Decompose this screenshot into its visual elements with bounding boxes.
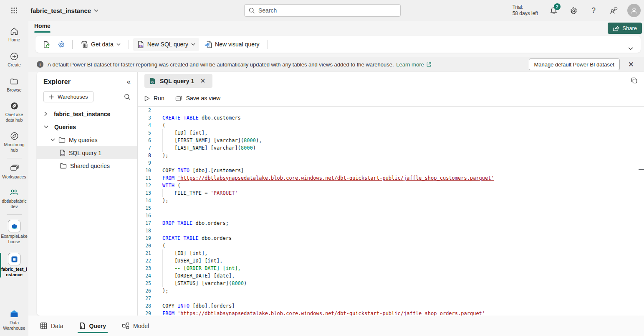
tree-item-my-queries[interactable]: My queries [37,133,137,146]
feedback-button[interactable] [606,3,621,18]
rail-item-workspaces[interactable]: Workspaces [0,162,28,181]
rail-item-fabric-test-instance[interactable]: fabric_test_instance [0,251,28,279]
tree-item-queries[interactable]: Queries [37,120,137,133]
code-line[interactable]: 17DROP TABLE dbo.orders; [138,219,644,227]
run-button[interactable]: Run [144,95,164,102]
tree-item-shared-queries[interactable]: Shared queries [37,159,137,172]
code-line[interactable]: 13 FILE_TYPE = 'PARQUET' [138,189,644,197]
tab-model[interactable]: Model [122,316,149,336]
close-tab-icon[interactable]: ✕ [198,77,207,85]
rail-item-data-warehouse[interactable]: Data Warehouse [0,307,28,333]
code-line[interactable]: 5 [ID] [int], [138,129,644,137]
code-line[interactable]: 12WITH ( [138,182,644,189]
folder-icon [58,137,66,143]
query-tab-label: SQL query 1 [160,78,194,84]
rail-item-monitoring-hub[interactable]: Monitoring hub [0,130,28,155]
rail-item-onelake-data-hub[interactable]: OneLake data hub [0,99,28,125]
learn-more-link[interactable]: Learn more [396,61,431,68]
rail-item-create[interactable]: Create [0,50,28,69]
code-line[interactable]: 10COPY INTO [dbo].[customers] [138,167,644,174]
code-line[interactable]: 27 [138,295,644,302]
settings-button[interactable] [566,3,581,18]
search-input[interactable]: Search [244,4,401,17]
refresh-doc-icon [43,41,51,48]
line-number: 21 [138,249,151,257]
code-line[interactable]: 15 [138,204,644,212]
line-number: 29 [138,310,151,316]
manage-dataset-button[interactable]: Manage default Power BI dataset [529,59,620,70]
copy-icon[interactable] [631,77,638,84]
new-visual-query-button[interactable]: New visual query [201,38,263,51]
code-text: ( [162,242,644,249]
chevron-down-icon [44,125,48,128]
code-line[interactable]: 16 [138,212,644,219]
code-text [162,227,644,234]
rail-label: Home [1,37,28,43]
code-line[interactable]: 19CREATE TABLE dbo.orders [138,234,644,242]
code-line[interactable]: 7 [LAST_NAME] [varchar](8000) [138,144,644,152]
feedback-icon [609,7,618,15]
code-line[interactable]: 21 [ID] [int], [138,249,644,257]
add-warehouses-button[interactable]: Warehouses [43,91,93,102]
code-line[interactable]: 26); [138,287,644,295]
code-line[interactable]: 14); [138,197,644,204]
tree-item-sql-query-1[interactable]: SQL SQL query 1 [37,146,137,159]
chevron-down-icon [94,9,98,12]
help-button[interactable]: ? [586,3,601,18]
code-line[interactable]: 6 [FIRST_NAME] [varchar](8000), [138,137,644,144]
share-button[interactable]: Share [608,23,642,34]
code-line[interactable]: 20( [138,242,644,249]
code-line[interactable]: 28COPY INTO [dbo].[orders] [138,302,644,310]
refresh-source-button[interactable] [40,38,53,51]
editor-scroll-ruler[interactable] [638,90,638,316]
app-launcher-icon[interactable] [7,3,21,18]
code-line[interactable]: 25 [STATUS] [varchar](8000) [138,280,644,287]
save-as-view-button[interactable]: Save as view [175,95,220,102]
code-line[interactable]: 23 -- [ORDER_DATE] [int], [138,265,644,272]
code-line[interactable]: 22 [USER_ID] [int], [138,257,644,265]
code-line[interactable]: 4( [138,122,644,129]
rail-item-browse[interactable]: Browse [0,75,28,94]
code-line[interactable]: 3CREATE TABLE dbo.customers [138,114,644,122]
rail-item-examplelakehouse[interactable]: ExampleLakehouse [0,218,28,246]
tab-sql-query-1[interactable]: SQL SQL query 1 ✕ [144,74,212,88]
new-visual-query-label: New visual query [215,41,260,48]
model-diagram-icon [122,322,129,329]
rail-label: fabric_test_instance [1,267,28,277]
notifications-button[interactable]: 2 [546,3,561,18]
avatar[interactable] [627,4,641,17]
new-sql-query-button[interactable]: SQL New SQL query [133,38,199,51]
code-line[interactable]: 2 [138,107,644,114]
code-line[interactable]: 24 [ORDER_DATE] [date], [138,272,644,280]
get-data-button[interactable]: Get data [77,38,124,51]
rail-item-home[interactable]: Home [0,25,28,44]
line-number: 23 [138,265,151,272]
collapse-panel-icon[interactable]: « [127,78,131,86]
tab-data[interactable]: Data [40,316,63,336]
sql-editor[interactable]: 23CREATE TABLE dbo.customers4(5 [ID] [in… [138,107,644,316]
code-line[interactable]: 29FROM 'https://dbtlabsynapsedatalake.bl… [138,310,644,316]
rail-label: Workspaces [1,174,28,180]
code-line[interactable]: 11FROM 'https://dbtlabsynapsedatalake.bl… [138,174,644,182]
settings-tool-button[interactable] [55,38,68,51]
onelake-icon [10,101,19,111]
tab-home[interactable]: Home [34,23,51,32]
toolbar-row: Get data SQL New SQL query New visual qu… [28,35,644,57]
chevron-down-icon [628,47,633,50]
code-line[interactable]: 9 [138,159,644,167]
banner-close-icon[interactable]: ✕ [624,60,638,69]
rail-item-dbtlabsfabricdev[interactable]: dbtlabsfabricdev [0,186,28,211]
code-text: DROP TABLE dbo.orders; [162,219,644,227]
code-line[interactable]: 8); [138,152,644,159]
line-number: 8 [138,152,151,159]
tree-item-warehouse[interactable]: fabric_test_instance [37,107,137,120]
workspace-switcher[interactable]: fabric_test_instance [30,7,98,14]
code-line[interactable]: 18 [138,227,644,234]
warehouse-icon [8,253,20,265]
tab-query[interactable]: Query [79,316,106,336]
workspaces-icon [10,163,19,173]
collapse-ribbon-button[interactable] [628,47,633,50]
explorer-search-icon[interactable] [124,94,131,100]
code-text: ); [162,287,644,295]
code-text: WITH ( [162,182,644,189]
